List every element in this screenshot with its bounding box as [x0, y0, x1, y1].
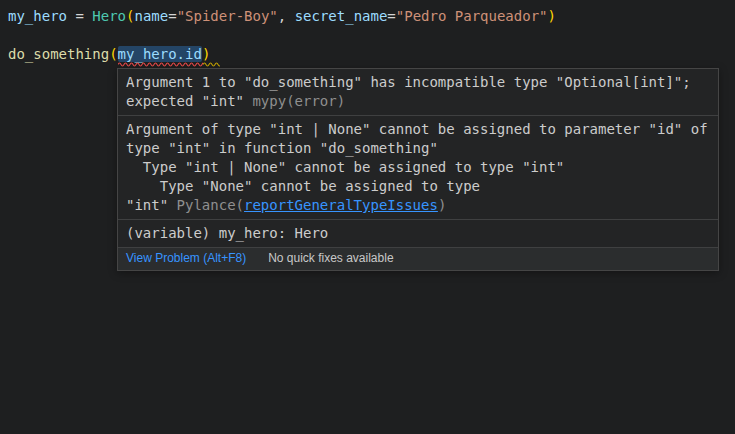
diagnostic-source: Pylance( [177, 197, 244, 213]
hover-status-bar: View Problem (Alt+F8) No quick fixes ava… [118, 248, 718, 270]
hover-tooltip: Argument 1 to "do_something" has incompa… [117, 68, 719, 271]
string-literal: "Spider-Boy" [177, 8, 278, 24]
pylance-rule-link[interactable]: reportGeneralTypeIssues [244, 197, 438, 213]
diagnostic-source: ) [438, 197, 446, 213]
diagnostic-text: Type "None" cannot be assigned to type [126, 177, 716, 196]
diagnostic-text: Type "int | None" cannot be assigned to … [126, 158, 716, 177]
pylance-diagnostic: Argument of type "int | None" cannot be … [118, 116, 718, 220]
view-problem-link[interactable]: View Problem (Alt+F8) [126, 251, 246, 266]
code-editor[interactable]: my_hero = Hero(name="Spider-Boy", secret… [8, 7, 735, 64]
assign-operator: = [67, 8, 92, 24]
diagnostic-text: Argument of type "int | None" cannot be … [126, 120, 716, 139]
comma: , [278, 8, 295, 24]
kwarg-name: secret_name [295, 8, 388, 24]
diagnostic-text: type "int" in function "do_something" [126, 139, 716, 158]
close-paren: ) [548, 8, 556, 24]
function-call-token: do_something [8, 46, 109, 62]
string-literal: "Pedro Parqueador" [396, 8, 548, 24]
mypy-diagnostic: Argument 1 to "do_something" has incompa… [118, 69, 718, 116]
class-token: Hero [92, 8, 126, 24]
no-quick-fixes-text: No quick fixes available [268, 251, 393, 266]
variable-info-text: (variable) my_hero: Hero [126, 224, 716, 243]
equals: = [168, 8, 176, 24]
kwarg-name: name [134, 8, 168, 24]
warning-squiggle [203, 61, 220, 68]
variable-info: (variable) my_hero: Hero [118, 220, 718, 248]
code-line-1: my_hero = Hero(name="Spider-Boy", secret… [8, 7, 735, 26]
hovered-symbol[interactable]: my_hero.id [118, 46, 202, 62]
open-paren: ( [109, 46, 117, 62]
equals: = [387, 8, 395, 24]
close-paren: ) [202, 46, 210, 62]
error-squiggle [118, 61, 203, 68]
code-line-blank [8, 26, 735, 45]
diagnostic-source: mypy(error) [252, 93, 345, 109]
diagnostic-text: Argument 1 to "do_something" has incompa… [126, 73, 716, 92]
diagnostic-text: expected "int" mypy(error) [126, 92, 716, 111]
variable-token: my_hero [8, 8, 67, 24]
diagnostic-text: "int" Pylance(reportGeneralTypeIssues) [126, 196, 716, 215]
